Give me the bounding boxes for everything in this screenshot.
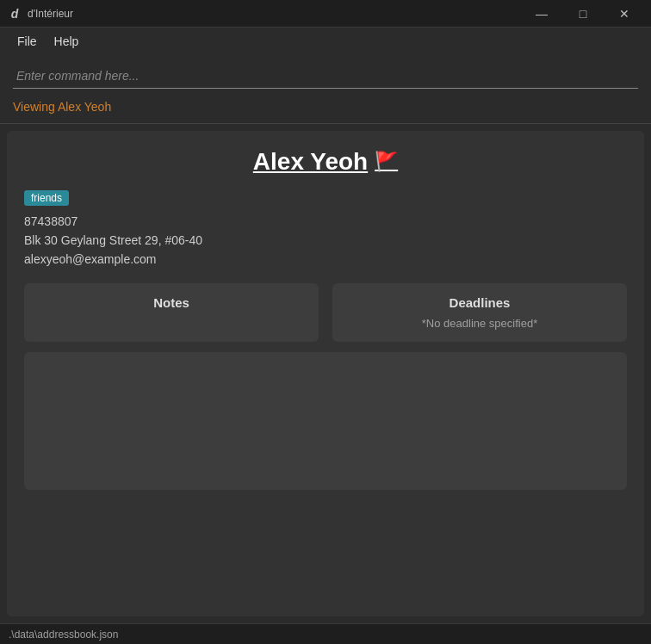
- main-content: Alex Yeoh 🚩 friends 87438807 Blk 30 Geyl…: [7, 131, 644, 616]
- maximize-button[interactable]: □: [563, 0, 603, 28]
- minimize-button[interactable]: —: [522, 0, 561, 28]
- title-bar-controls: — □ ✕: [522, 0, 644, 28]
- notes-title: Notes: [38, 295, 305, 310]
- close-button[interactable]: ✕: [604, 0, 644, 28]
- flag-icon: 🚩: [375, 151, 398, 173]
- menu-bar: File Help: [0, 28, 651, 55]
- notes-panel[interactable]: Notes: [24, 283, 319, 342]
- command-area: [0, 55, 651, 89]
- tag-friends: friends: [24, 189, 627, 214]
- status-text: .\data\addressbook.json: [9, 629, 118, 641]
- title-bar-left: d d'Intérieur: [7, 6, 73, 22]
- viewing-text: Viewing Alex Yeoh: [13, 100, 111, 114]
- deadlines-content: *No deadline specified*: [346, 317, 613, 330]
- title-bar: d d'Intérieur — □ ✕: [0, 0, 651, 28]
- deadlines-panel[interactable]: Deadlines *No deadline specified*: [332, 283, 627, 342]
- contact-name-text: Alex Yeoh: [253, 148, 368, 176]
- menu-help[interactable]: Help: [46, 31, 88, 52]
- status-bar: .\data\addressbook.json: [0, 623, 651, 644]
- command-input[interactable]: [13, 64, 638, 89]
- contact-email: alexyeoh@example.com: [24, 252, 627, 266]
- content-area: [24, 352, 627, 490]
- panels-row: Notes Deadlines *No deadline specified*: [24, 283, 627, 342]
- section-divider: [0, 123, 651, 124]
- deadlines-title: Deadlines: [346, 295, 613, 310]
- contact-name-header: Alex Yeoh 🚩: [24, 148, 627, 176]
- tag-label: friends: [24, 190, 69, 206]
- app-title: d'Intérieur: [28, 8, 73, 20]
- viewing-section: Viewing Alex Yeoh: [0, 89, 651, 123]
- menu-file[interactable]: File: [9, 31, 46, 52]
- contact-address: Blk 30 Geylang Street 29, #06-40: [24, 233, 627, 247]
- contact-phone: 87438807: [24, 214, 627, 228]
- app-icon: d: [7, 6, 22, 22]
